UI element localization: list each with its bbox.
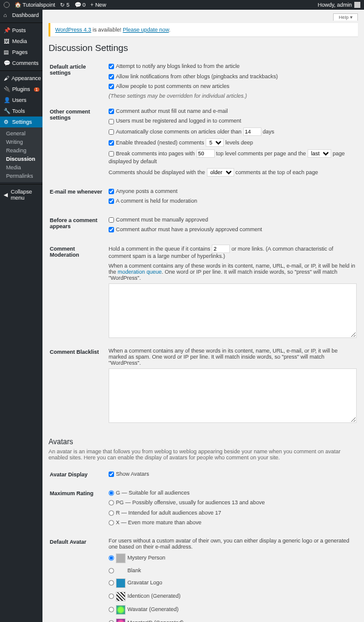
gear-icon: ⚙ <box>4 119 10 125</box>
admin-sidebar: ⌂Dashboard 📌Posts 🖼Media ▤Pages 💬Comment… <box>0 10 42 622</box>
avatars-heading: Avatars <box>49 438 358 446</box>
sidebar-item-plugins[interactable]: 🔌Plugins1 <box>0 84 42 95</box>
updates-link[interactable]: ↻ 5 <box>60 2 70 8</box>
sub-permalinks[interactable]: Permalinks <box>0 172 42 180</box>
collapse-icon: ◀ <box>4 192 8 198</box>
av-blank[interactable]: Blank <box>109 567 357 575</box>
default-avatar-desc: For users without a custom avatar of the… <box>109 538 357 550</box>
media-icon: 🖼 <box>4 38 10 44</box>
pin-icon: 📌 <box>4 27 10 33</box>
opt-auto-close[interactable]: Automatically close comments on articles… <box>109 127 357 136</box>
opt-trackback[interactable]: Allow link notifications from other blog… <box>109 73 357 81</box>
plugin-icon: 🔌 <box>4 86 10 92</box>
wavatar-icon <box>116 605 126 615</box>
gravatar-icon <box>116 578 126 588</box>
avatar[interactable] <box>354 2 360 8</box>
row-max-rating: Maximum Rating <box>50 485 107 533</box>
opt-require-login[interactable]: Users must be registered and logged in t… <box>109 117 357 125</box>
sub-media[interactable]: Media <box>0 163 42 172</box>
plugins-badge: 1 <box>34 87 40 92</box>
wrench-icon: 🔧 <box>4 108 10 114</box>
opt-order: Comments should be displayed with the ol… <box>109 168 357 177</box>
brush-icon: 🖌 <box>4 75 9 81</box>
site-link[interactable]: 🏠 Tutorialspoint <box>15 2 55 8</box>
av-monster[interactable]: MonsterID (Generated) <box>109 618 357 623</box>
rating-x[interactable]: X — Even more mature than above <box>109 519 357 527</box>
wp-version-link[interactable]: WordPress 4.3 <box>55 27 91 33</box>
sub-writing[interactable]: Writing <box>0 138 42 146</box>
howdy-text[interactable]: Howdy, admin <box>318 2 352 8</box>
page-icon: ▤ <box>4 49 10 55</box>
opt-email-mod[interactable]: A comment is held for moderation <box>109 197 357 205</box>
row-email-me: E-mail me whenever <box>50 184 107 211</box>
sub-reading[interactable]: Reading <box>0 146 42 155</box>
av-identicon[interactable]: Identicon (Generated) <box>109 592 357 601</box>
default-note: (These settings may be overridden for in… <box>109 93 247 99</box>
blacklist-keys-textarea[interactable] <box>109 368 357 423</box>
row-before-appear: Before a comment appears <box>50 212 107 240</box>
sidebar-item-users[interactable]: 👤Users <box>0 95 42 106</box>
help-tab[interactable]: Help ▾ <box>333 13 358 21</box>
per-page-input[interactable] <box>197 149 215 158</box>
sidebar-item-tools[interactable]: 🔧Tools <box>0 106 42 117</box>
page-title: Discussion Settings <box>49 42 358 53</box>
av-wavatar[interactable]: Wavatar (Generated) <box>109 605 357 615</box>
settings-submenu: General Writing Reading Discussion Media… <box>0 127 42 182</box>
update-notice: WordPress 4.3 is available! Please updat… <box>49 23 358 36</box>
opt-show-avatars[interactable]: Show Avatars <box>109 470 357 478</box>
rating-g[interactable]: G — Suitable for all audiences <box>109 489 357 497</box>
row-default-avatar: Default Avatar <box>50 534 107 622</box>
opt-threaded[interactable]: Enable threaded (nested) comments 5 leve… <box>109 138 357 147</box>
comments-link[interactable]: 💬 0 <box>75 2 86 8</box>
mystery-icon <box>116 553 126 563</box>
sidebar-item-appearance[interactable]: 🖌Appearance <box>0 73 42 84</box>
opt-manual-approve[interactable]: Comment must be manually approved <box>109 216 357 224</box>
avatars-desc: An avatar is an image that follows you f… <box>49 448 358 461</box>
user-icon: 👤 <box>4 97 10 103</box>
comment-icon: 💬 <box>4 60 10 66</box>
comment-order-select[interactable]: older <box>207 168 234 177</box>
identicon-icon <box>116 592 126 601</box>
row-moderation: Comment Moderation <box>50 241 107 343</box>
sidebar-item-comments[interactable]: 💬Comments <box>0 58 42 69</box>
moderation-queue-link[interactable]: moderation queue <box>118 269 162 275</box>
opt-pingback[interactable]: Attempt to notify any blogs linked to fr… <box>109 63 357 70</box>
av-gravatar[interactable]: Gravatar Logo <box>109 578 357 588</box>
sub-general[interactable]: General <box>0 129 42 138</box>
sidebar-item-dashboard[interactable]: ⌂Dashboard <box>0 10 42 21</box>
opt-paginate[interactable]: Break comments into pages with top level… <box>109 149 357 166</box>
mod-words-text: When a comment contains any of these wor… <box>109 263 357 281</box>
default-page-select[interactable]: last <box>308 149 331 158</box>
thread-levels-select[interactable]: 5 <box>206 138 224 147</box>
update-now-link[interactable]: Please update now <box>123 27 169 33</box>
wordpress-icon[interactable] <box>4 2 10 8</box>
monster-icon <box>116 618 126 623</box>
opt-email-post[interactable]: Anyone posts a comment <box>109 188 357 195</box>
close-days-input[interactable] <box>243 127 261 136</box>
rating-pg[interactable]: PG — Possibly offensive, usually for aud… <box>109 499 357 507</box>
sidebar-item-settings[interactable]: ⚙Settings <box>0 117 42 127</box>
sidebar-item-pages[interactable]: ▤Pages <box>0 47 42 58</box>
opt-allow-comments[interactable]: Allow people to post comments on new art… <box>109 83 357 90</box>
sidebar-item-posts[interactable]: 📌Posts <box>0 25 42 36</box>
rating-r[interactable]: R — Intended for adult audiences above 1… <box>109 509 357 517</box>
max-links-input[interactable] <box>212 245 230 253</box>
dashboard-icon: ⌂ <box>4 12 10 18</box>
moderation-keys-textarea[interactable] <box>109 283 357 338</box>
opt-prev-approved[interactable]: Comment author must have a previously ap… <box>109 226 357 234</box>
row-default-article: Default article settings <box>50 59 107 103</box>
opt-require-name[interactable]: Comment author must fill out name and e-… <box>109 107 357 115</box>
sidebar-item-media[interactable]: 🖼Media <box>0 36 42 47</box>
row-avatar-display: Avatar Display <box>50 467 107 484</box>
new-link[interactable]: + New <box>90 2 106 8</box>
sub-discussion[interactable]: Discussion <box>0 155 42 163</box>
admin-bar: 🏠 Tutorialspoint ↻ 5 💬 0 + New Howdy, ad… <box>0 0 364 10</box>
collapse-menu[interactable]: ◀Collapse menu <box>0 186 42 203</box>
row-blacklist: Comment Blacklist <box>50 344 107 428</box>
row-other-comment: Other comment settings <box>50 104 107 183</box>
blacklist-text: When a comment contains any of these wor… <box>109 348 357 366</box>
mod-links-text: Hold a comment in the queue if it contai… <box>109 245 357 259</box>
av-mystery[interactable]: Mystery Person <box>109 553 357 563</box>
